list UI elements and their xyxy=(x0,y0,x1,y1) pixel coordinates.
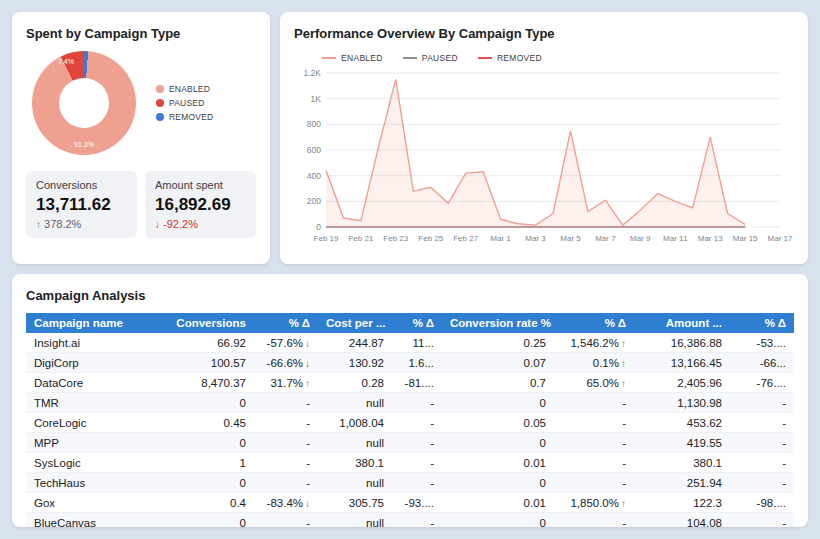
table-cell: 1 xyxy=(166,453,254,473)
campaign-name-cell: TechHaus xyxy=(26,473,166,493)
table-cell: 251.94 xyxy=(634,473,730,493)
x-tick-label: Mar 9 xyxy=(630,234,651,243)
table-row[interactable]: DigiCorp100.57-66.6%↓130.921.6...0.070.1… xyxy=(26,353,794,373)
table-header-cell[interactable]: Amount ... xyxy=(634,313,730,333)
table-cell: 0 xyxy=(442,473,554,493)
table-cell: 0 xyxy=(166,473,254,493)
table-row[interactable]: CoreLogic0.45-1,008.04-0.05-453.62- xyxy=(26,413,794,433)
campaign-name-cell: CoreLogic xyxy=(26,413,166,433)
table-cell: null xyxy=(318,433,392,453)
table-cell: - xyxy=(730,473,794,493)
line-legend-item[interactable]: PAUSED xyxy=(403,53,458,63)
table-row[interactable]: BlueCanvas0-null-0-104.08- xyxy=(26,513,794,528)
line-chart-legend: ENABLEDPAUSEDREMOVED xyxy=(322,53,794,63)
table-cell: -81.... xyxy=(392,373,442,393)
table-row[interactable]: SysLogic1-380.1-0.01-380.1- xyxy=(26,453,794,473)
table-cell: 122.3 xyxy=(634,493,730,513)
table-cell: null xyxy=(318,393,392,413)
table-cell: -66... xyxy=(730,353,794,373)
table-cell: -66.6%↓ xyxy=(254,353,318,373)
donut-card-title: Spent by Campaign Type xyxy=(26,26,256,41)
table-row[interactable]: MPP0-null-0-419.55- xyxy=(26,433,794,453)
table-cell: 1,546.2%↑ xyxy=(554,333,634,353)
y-tick-label: 400 xyxy=(307,171,321,181)
table-cell: -98.... xyxy=(730,493,794,513)
table-header-row: Campaign nameConversions% ΔCost per ...%… xyxy=(26,313,794,333)
arrow-up-icon: ↑ xyxy=(621,338,626,349)
donut-legend-item[interactable]: PAUSED xyxy=(156,98,213,108)
table-header-cell[interactable]: Cost per ... xyxy=(318,313,392,333)
campaign-table: Campaign nameConversions% ΔCost per ...%… xyxy=(26,313,794,527)
table-header-cell[interactable]: % Δ xyxy=(730,313,794,333)
table-cell: 0.01 xyxy=(442,453,554,473)
table-cell: - xyxy=(554,393,634,413)
x-tick-label: Mar 17 xyxy=(768,234,793,243)
campaign-name-cell: MPP xyxy=(26,433,166,453)
x-tick-label: Feb 25 xyxy=(418,234,443,243)
table-cell: 0.07 xyxy=(442,353,554,373)
donut-area: 7.4% 91.3% ENABLEDPAUSEDREMOVED xyxy=(26,51,256,155)
table-cell: - xyxy=(554,453,634,473)
arrow-down-icon: ↓ xyxy=(155,219,160,230)
x-tick-label: Feb 19 xyxy=(314,234,339,243)
stat-value: 16,892.69 xyxy=(155,195,246,215)
table-cell: 0.25 xyxy=(442,333,554,353)
x-tick-label: Mar 5 xyxy=(560,234,581,243)
line-legend-item[interactable]: ENABLED xyxy=(322,53,383,63)
table-header-cell[interactable]: % Δ xyxy=(254,313,318,333)
table-cell: -76.... xyxy=(730,373,794,393)
stat-label: Conversions xyxy=(36,179,127,191)
campaign-name-cell: BlueCanvas xyxy=(26,513,166,528)
campaign-name-cell: DigiCorp xyxy=(26,353,166,373)
donut-legend-item[interactable]: REMOVED xyxy=(156,112,213,122)
table-cell: - xyxy=(554,413,634,433)
donut-legend: ENABLEDPAUSEDREMOVED xyxy=(156,80,213,126)
table-row[interactable]: DataCore8,470.3731.7%↑0.28-81....0.765.0… xyxy=(26,373,794,393)
top-row: Spent by Campaign Type 7.4% 91.3% ENABLE… xyxy=(12,12,808,264)
table-cell: 0 xyxy=(166,393,254,413)
table-row[interactable]: TMR0-null-0-1,130.98- xyxy=(26,393,794,413)
line-legend-item[interactable]: REMOVED xyxy=(478,53,542,63)
table-cell: - xyxy=(392,473,442,493)
table-cell: 13,166.45 xyxy=(634,353,730,373)
table-header-cell[interactable]: Campaign name xyxy=(26,313,166,333)
table-cell: 0.01 xyxy=(442,493,554,513)
table-header-cell[interactable]: Conversions xyxy=(166,313,254,333)
performance-overview-card: Performance Overview By Campaign Type EN… xyxy=(280,12,808,264)
campaign-analysis-card: Campaign Analysis Campaign nameConversio… xyxy=(12,274,808,527)
stat-tile: Conversions13,711.62↑ 378.2% xyxy=(26,171,137,238)
y-tick-label: 0 xyxy=(316,222,321,232)
table-cell: 1.6... xyxy=(392,353,442,373)
stat-delta: ↓ -92.2% xyxy=(155,218,246,230)
table-card-title: Campaign Analysis xyxy=(26,288,794,303)
spent-by-campaign-type-card: Spent by Campaign Type 7.4% 91.3% ENABLE… xyxy=(12,12,270,264)
table-row[interactable]: Insight.ai66.92-57.6%↓244.8711...0.251,5… xyxy=(26,333,794,353)
campaign-name-cell: Insight.ai xyxy=(26,333,166,353)
donut-legend-item[interactable]: ENABLED xyxy=(156,84,213,94)
table-cell: null xyxy=(318,513,392,528)
table-cell: 0 xyxy=(442,513,554,528)
legend-dot-icon xyxy=(156,85,164,93)
stat-label: Amount spent xyxy=(155,179,246,191)
line-chart[interactable]: 02004006008001K1.2KFeb 19Feb 21Feb 23Feb… xyxy=(294,65,794,250)
line-chart-svg[interactable]: 02004006008001K1.2KFeb 19Feb 21Feb 23Feb… xyxy=(294,65,794,247)
table-cell: - xyxy=(392,393,442,413)
arrow-up-icon: ↑ xyxy=(305,378,310,389)
table-row[interactable]: Gox0.4-83.4%↓305.75-93....0.011,850.0%↑1… xyxy=(26,493,794,513)
summary-stats: Conversions13,711.62↑ 378.2%Amount spent… xyxy=(26,171,256,238)
table-cell: 305.75 xyxy=(318,493,392,513)
table-header-cell[interactable]: % Δ xyxy=(554,313,634,333)
legend-line-icon xyxy=(478,57,492,59)
y-tick-label: 1K xyxy=(311,94,322,104)
line-card-title: Performance Overview By Campaign Type xyxy=(294,26,794,41)
donut-chart[interactable]: 7.4% 91.3% xyxy=(32,51,136,155)
table-header-cell[interactable]: Conversion rate % xyxy=(442,313,554,333)
table-cell: 11... xyxy=(392,333,442,353)
table-cell: 244.87 xyxy=(318,333,392,353)
line-legend-label: ENABLED xyxy=(341,53,383,63)
table-cell: - xyxy=(730,453,794,473)
x-tick-label: Mar 3 xyxy=(525,234,546,243)
table-cell: 0.7 xyxy=(442,373,554,393)
table-header-cell[interactable]: % Δ xyxy=(392,313,442,333)
table-row[interactable]: TechHaus0-null-0-251.94- xyxy=(26,473,794,493)
